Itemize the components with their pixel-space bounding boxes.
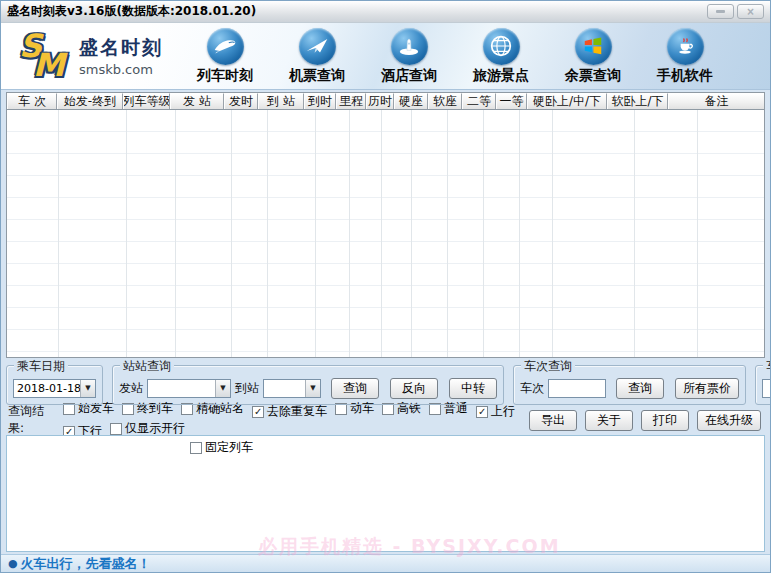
station-all-group-title: 车站所有车次查询 xyxy=(763,358,771,375)
filter-checkbox[interactable]: ✓上行 xyxy=(476,403,515,420)
station-query-buttons: 查询反向中转 xyxy=(331,378,497,399)
chevron-down-icon: ▼ xyxy=(215,380,230,397)
hotel-icon xyxy=(391,28,428,65)
toolbar-item-label: 旅游景点 xyxy=(473,67,529,85)
column-gridline xyxy=(483,110,484,357)
query-group-row: 乘车日期 2018-01-18 ▼ 站站查询 发站 ▼ 到站 ▼ 查询反向 xyxy=(6,365,765,405)
column-gridline xyxy=(552,110,553,357)
transfer-button[interactable]: 中转 xyxy=(449,378,497,399)
filter-checkboxes: 始发车终到车精确站名✓去除重复车动车高铁普通✓上行✓下行仅显示开行 xyxy=(63,400,529,440)
column-gridline xyxy=(349,110,350,357)
checkbox-checked-icon: ✓ xyxy=(476,406,488,418)
java-icon xyxy=(667,28,704,65)
checkbox-checked-icon: ✓ xyxy=(252,406,264,418)
toolbar-items: 列车时刻机票查询酒店查询旅游景点余票查询手机软件 xyxy=(187,28,771,85)
titlebar: 盛名时刻表v3.16版(数据版本:2018.01.20) × xyxy=(1,1,770,23)
travel-date-select[interactable]: 2018-01-18 ▼ xyxy=(13,379,96,398)
station-all-value xyxy=(763,380,771,397)
station-all-select[interactable]: ▼ xyxy=(762,379,771,398)
train-group-title: 车次查询 xyxy=(521,358,575,375)
close-button[interactable]: × xyxy=(737,4,764,19)
column-gridline xyxy=(315,110,316,357)
station-query-group: 站站查询 发站 ▼ 到站 ▼ 查询反向中转 xyxy=(112,365,504,405)
from-station-label: 发站 xyxy=(119,380,143,397)
chevron-down-icon: ▼ xyxy=(305,380,320,397)
column-header[interactable]: 始发-终到 xyxy=(57,93,123,109)
column-header[interactable]: 二等 xyxy=(462,93,496,109)
train-number-label: 车次 xyxy=(520,380,544,397)
toolbar-item-windows[interactable]: 余票查询 xyxy=(555,28,631,85)
close-icon: × xyxy=(747,6,754,18)
plane-icon xyxy=(299,28,336,65)
brand-name: 盛名时刻 xyxy=(79,35,163,61)
column-gridline xyxy=(231,110,232,357)
table-body[interactable] xyxy=(6,110,765,358)
toolbar-item-hotel[interactable]: 酒店查询 xyxy=(371,28,447,85)
to-station-label: 到站 xyxy=(235,380,259,397)
train-query-group: 车次查询 车次 查询所有票价 xyxy=(513,365,746,405)
minimize-button[interactable] xyxy=(707,4,734,19)
station-group-title: 站站查询 xyxy=(120,358,174,375)
station-query-button[interactable]: 查询 xyxy=(331,378,379,399)
column-header[interactable]: 软座 xyxy=(428,93,462,109)
train-query-button[interactable]: 查询 xyxy=(616,378,664,399)
brand-text: 盛名时刻 smskb.com xyxy=(79,35,163,77)
station-all-trains-group: 车站所有车次查询 ▼ 查询 xyxy=(755,365,771,405)
column-header[interactable]: 硬座 xyxy=(394,93,428,109)
reverse-button[interactable]: 反向 xyxy=(390,378,438,399)
toolbar-item-plane[interactable]: 机票查询 xyxy=(279,28,355,85)
about-button[interactable]: 关于 xyxy=(585,410,633,431)
column-header[interactable]: 发 站 xyxy=(170,93,224,109)
column-gridline xyxy=(697,110,698,357)
train-number-input[interactable] xyxy=(548,379,606,398)
toolbar-item-train[interactable]: 列车时刻 xyxy=(187,28,263,85)
from-station-select[interactable]: ▼ xyxy=(147,379,231,398)
column-gridline xyxy=(411,110,412,357)
fixed-train-checkbox[interactable]: 固定列车 xyxy=(190,439,253,456)
toolbar-item-label: 酒店查询 xyxy=(381,67,437,85)
column-gridline xyxy=(381,110,382,357)
globe-icon xyxy=(483,28,520,65)
to-station-select[interactable]: ▼ xyxy=(263,379,321,398)
column-header[interactable]: 到时 xyxy=(304,93,336,109)
column-header[interactable]: 发时 xyxy=(224,93,258,109)
action-buttons: 导出关于打印在线升级 xyxy=(529,410,763,431)
filter-checkbox-label: 去除重复车 xyxy=(267,403,327,420)
column-gridline xyxy=(267,110,268,357)
column-header[interactable]: 硬卧上/中/下 xyxy=(527,93,607,109)
travel-date-value: 2018-01-18 xyxy=(14,380,80,397)
toolbar-item-globe[interactable]: 旅游景点 xyxy=(463,28,539,85)
control-panel: 乘车日期 2018-01-18 ▼ 站站查询 发站 ▼ 到站 ▼ 查询反向 xyxy=(1,358,770,554)
minimize-icon xyxy=(716,10,725,13)
column-header[interactable]: 一等 xyxy=(496,93,527,109)
filter-checkbox[interactable]: ✓去除重复车 xyxy=(252,403,327,420)
all-fares-button[interactable]: 所有票价 xyxy=(675,378,739,399)
checkbox-icon xyxy=(190,442,202,454)
column-gridline xyxy=(634,110,635,357)
toolbar: S M 盛名时刻 smskb.com 列车时刻机票查询酒店查询旅游景点余票查询手… xyxy=(1,23,770,90)
column-header[interactable]: 到 站 xyxy=(258,93,304,109)
results-caption: 查询结果: xyxy=(8,403,49,437)
checkbox-icon xyxy=(110,423,122,435)
status-text: 火车出行，先看盛名！ xyxy=(21,555,151,573)
column-header[interactable]: 列车等级 xyxy=(123,93,170,109)
print-button[interactable]: 打印 xyxy=(641,410,689,431)
online-upgrade-button[interactable]: 在线升级 xyxy=(697,410,761,431)
column-header[interactable]: 历时 xyxy=(366,93,394,109)
toolbar-item-java[interactable]: 手机软件 xyxy=(647,28,723,85)
date-group-title: 乘车日期 xyxy=(14,358,68,375)
column-header[interactable]: 车 次 xyxy=(7,93,57,109)
brand-site: smskb.com xyxy=(79,62,163,77)
chevron-down-icon: ▼ xyxy=(80,380,95,397)
column-header[interactable]: 里程 xyxy=(336,93,366,109)
column-header[interactable]: 软卧上/下 xyxy=(607,93,668,109)
column-header[interactable]: 备注 xyxy=(668,93,764,109)
windows-icon xyxy=(575,28,612,65)
toolbar-item-label: 手机软件 xyxy=(657,67,713,85)
train-query-buttons: 查询所有票价 xyxy=(616,378,739,399)
toolbar-item-label: 列车时刻 xyxy=(197,67,253,85)
fixed-train-label: 固定列车 xyxy=(205,439,253,456)
window-controls: × xyxy=(707,4,764,19)
export-button[interactable]: 导出 xyxy=(529,410,577,431)
app-window: 盛名时刻表v3.16版(数据版本:2018.01.20) × S M 盛名时刻 … xyxy=(0,0,771,573)
